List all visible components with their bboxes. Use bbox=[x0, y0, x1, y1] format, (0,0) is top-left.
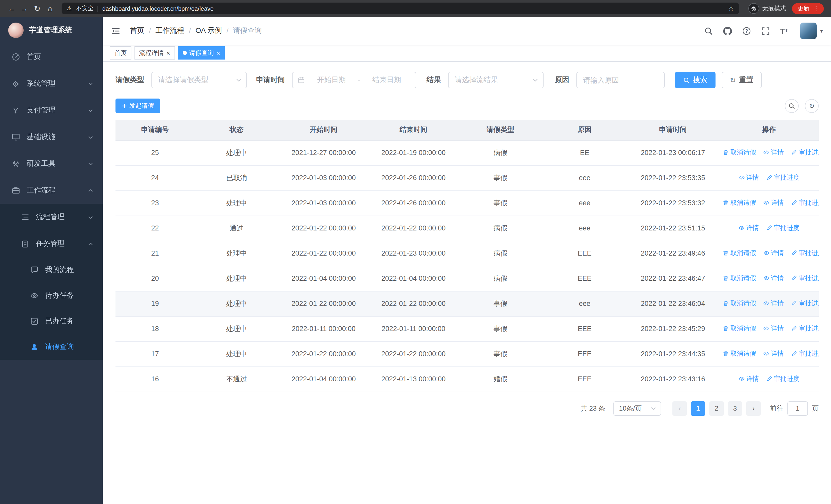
toggle-search-button[interactable] bbox=[785, 99, 799, 113]
goto-suffix-label: 页 bbox=[812, 404, 819, 413]
cell-start: 2022-01-11 00:00:00 bbox=[279, 316, 369, 341]
detail-link[interactable]: 详情 bbox=[763, 274, 784, 283]
sidebar-item-done-tasks[interactable]: 已办任务 bbox=[0, 308, 103, 334]
breadcrumb-item[interactable]: 工作流程 bbox=[155, 26, 184, 35]
cancel-leave-link[interactable]: 取消请假 bbox=[723, 274, 756, 283]
detail-link[interactable]: 详情 bbox=[763, 350, 784, 358]
leave-type-select[interactable]: 请选择请假类型 bbox=[151, 72, 247, 88]
cancel-leave-link[interactable]: 取消请假 bbox=[723, 249, 756, 258]
table-header-row: 申请编号 状态 开始时间 结束时间 请假类型 原因 申请时间 操作 bbox=[115, 120, 819, 140]
trash-icon bbox=[723, 200, 729, 206]
sidebar-item-label: 系统管理 bbox=[27, 79, 88, 88]
sidebar-item-task-management[interactable]: 任务管理 bbox=[0, 231, 103, 257]
cancel-leave-link[interactable]: 取消请假 bbox=[723, 299, 756, 308]
select-placeholder: 请选择请假类型 bbox=[158, 76, 208, 85]
detail-link[interactable]: 详情 bbox=[763, 324, 784, 333]
cancel-leave-link[interactable]: 取消请假 bbox=[723, 324, 756, 333]
user-avatar[interactable] bbox=[800, 23, 816, 39]
detail-link[interactable]: 详情 bbox=[738, 174, 759, 182]
address-bar[interactable]: ⚠ 不安全 dashboard.yudao.iocoder.cn/bpm/oa/… bbox=[62, 3, 739, 14]
create-leave-button[interactable]: 发起请假 bbox=[115, 98, 160, 113]
app-title: 芋道管理系统 bbox=[29, 26, 73, 35]
help-icon[interactable] bbox=[742, 26, 751, 35]
detail-link[interactable]: 详情 bbox=[763, 148, 784, 157]
date-end-placeholder[interactable]: 结束日期 bbox=[363, 76, 411, 85]
user-menu[interactable]: ▾ bbox=[800, 23, 823, 39]
approval-progress-link[interactable]: 审批进度 bbox=[766, 375, 799, 383]
tab-process-detail[interactable]: 流程详情 × bbox=[135, 46, 175, 60]
result-select[interactable]: 请选择流结果 bbox=[448, 72, 544, 88]
cancel-leave-link[interactable]: 取消请假 bbox=[723, 199, 756, 207]
page-button-2[interactable]: 2 bbox=[709, 401, 724, 415]
cell-id: 22 bbox=[115, 215, 195, 241]
detail-link[interactable]: 详情 bbox=[738, 224, 759, 233]
app-logo[interactable]: 芋道管理系统 bbox=[0, 17, 103, 43]
breadcrumb: 首页 / 工作流程 / OA 示例 / 请假查询 bbox=[130, 26, 262, 35]
breadcrumb-item[interactable]: OA 示例 bbox=[196, 26, 222, 35]
github-icon[interactable] bbox=[723, 26, 732, 35]
browser-reload-icon[interactable]: ↻ bbox=[31, 2, 44, 15]
refresh-table-button[interactable]: ↻ bbox=[805, 99, 819, 113]
bookmark-star-icon[interactable]: ☆ bbox=[728, 5, 734, 12]
font-size-icon[interactable]: TT bbox=[780, 27, 788, 35]
cancel-leave-link[interactable]: 取消请假 bbox=[723, 350, 756, 358]
detail-link[interactable]: 详情 bbox=[763, 249, 784, 258]
approval-progress-link[interactable]: 审批进度 bbox=[791, 148, 819, 157]
apply-time-range-picker[interactable]: 开始日期 - 结束日期 bbox=[292, 72, 416, 88]
tab-close-icon[interactable]: × bbox=[216, 50, 220, 56]
approval-progress-link[interactable]: 审批进度 bbox=[791, 299, 819, 308]
cell-id: 16 bbox=[115, 366, 195, 392]
tab-close-icon[interactable]: × bbox=[166, 50, 170, 56]
prev-page-button[interactable]: ‹ bbox=[672, 401, 687, 415]
column-header: 申请编号 bbox=[115, 120, 195, 140]
sidebar-item-system[interactable]: ⚙ 系统管理 bbox=[0, 70, 103, 97]
tab-leave-query[interactable]: 请假查询 × bbox=[178, 46, 225, 60]
approval-progress-link[interactable]: 审批进度 bbox=[766, 174, 799, 182]
approval-progress-link[interactable]: 审批进度 bbox=[791, 199, 819, 207]
tab-home[interactable]: 首页 bbox=[110, 46, 132, 60]
page-button-3[interactable]: 3 bbox=[728, 401, 742, 415]
incognito-badge[interactable]: 无痕模式 bbox=[748, 3, 786, 14]
sidebar-collapse-icon[interactable] bbox=[111, 26, 121, 36]
page-button-1[interactable]: 1 bbox=[691, 401, 705, 415]
page-size-select[interactable]: 10条/页 bbox=[613, 401, 661, 415]
sidebar-item-leave-query[interactable]: 请假查询 bbox=[0, 334, 103, 360]
url-text[interactable]: dashboard.yudao.iocoder.cn/bpm/oa/leave bbox=[103, 5, 724, 11]
reason-input[interactable] bbox=[576, 72, 665, 88]
sidebar-item-devtools[interactable]: ⚒ 研发工具 bbox=[0, 150, 103, 177]
browser-forward-icon[interactable]: → bbox=[18, 2, 31, 15]
security-label[interactable]: 不安全 bbox=[76, 5, 94, 12]
next-page-button[interactable]: › bbox=[746, 401, 761, 415]
approval-progress-link[interactable]: 审批进度 bbox=[791, 324, 819, 333]
sidebar-item-todo-tasks[interactable]: 待办任务 bbox=[0, 283, 103, 308]
approval-progress-link[interactable]: 审批进度 bbox=[791, 350, 819, 358]
chrome-update-button[interactable]: 更新 ⋮ bbox=[792, 3, 824, 14]
menu-dots-icon[interactable]: ⋮ bbox=[813, 5, 819, 12]
goto-page-input[interactable] bbox=[787, 401, 808, 415]
search-button[interactable]: 搜索 bbox=[675, 72, 716, 88]
sidebar-item-home[interactable]: 首页 bbox=[0, 43, 103, 70]
cancel-leave-link[interactable]: 取消请假 bbox=[723, 148, 756, 157]
refresh-icon: ↻ bbox=[809, 102, 814, 109]
reset-button[interactable]: ↻ 重置 bbox=[722, 72, 762, 88]
pen-icon bbox=[766, 175, 772, 181]
date-start-placeholder[interactable]: 开始日期 bbox=[308, 76, 355, 85]
approval-progress-link[interactable]: 审批进度 bbox=[791, 274, 819, 283]
cell-reason: EEE bbox=[543, 366, 627, 392]
browser-back-icon[interactable]: ← bbox=[5, 2, 18, 15]
fullscreen-icon[interactable] bbox=[761, 26, 770, 35]
approval-progress-link[interactable]: 审批进度 bbox=[791, 249, 819, 258]
sidebar-item-infrastructure[interactable]: 基础设施 bbox=[0, 124, 103, 150]
browser-home-icon[interactable]: ⌂ bbox=[44, 2, 56, 15]
sidebar-item-process-management[interactable]: 流程管理 bbox=[0, 204, 103, 231]
sidebar-item-workflow[interactable]: 工作流程 bbox=[0, 177, 103, 204]
detail-link[interactable]: 详情 bbox=[763, 199, 784, 207]
search-icon[interactable] bbox=[704, 26, 713, 35]
sidebar-item-my-processes[interactable]: 我的流程 bbox=[0, 257, 103, 283]
breadcrumb-item[interactable]: 首页 bbox=[130, 26, 144, 35]
approval-progress-link[interactable]: 审批进度 bbox=[766, 224, 799, 233]
cell-reason: EEE bbox=[543, 341, 627, 366]
detail-link[interactable]: 详情 bbox=[763, 299, 784, 308]
detail-link[interactable]: 详情 bbox=[738, 375, 759, 383]
sidebar-item-payment[interactable]: ¥ 支付管理 bbox=[0, 97, 103, 124]
